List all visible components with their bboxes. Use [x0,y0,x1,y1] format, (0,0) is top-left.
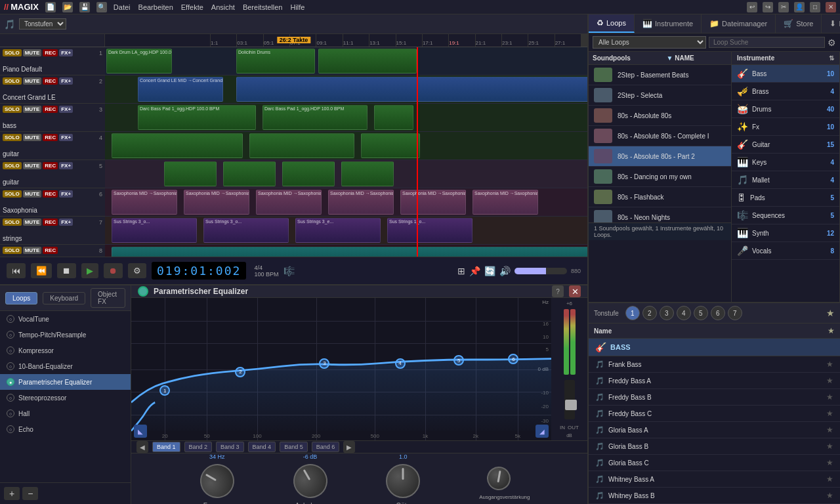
sample-star-2[interactable]: ★ [826,392,833,402]
sample-star-7[interactable]: ★ [826,474,833,484]
boost-knob[interactable] [287,457,333,504]
clip[interactable]: Sus Strings 3_o... [203,218,289,243]
play-button[interactable]: ▶ [81,263,98,278]
solo-btn-2[interactable]: SOLO [3,77,22,85]
band-point-4[interactable]: 4 [395,358,406,369]
clip[interactable]: Saxophonia MID →Saxophonia [328,190,394,215]
clip[interactable] [223,161,276,186]
sp-item-6[interactable]: 80s - Flashback [589,187,731,207]
menu-bereitstellen[interactable]: Bereitstellen [243,3,283,11]
grid-icon[interactable]: ⊞ [457,266,465,276]
effect-parametric[interactable]: ● Parametrischer Equalizer [0,374,131,390]
settings-button[interactable]: ⚙ [128,263,146,278]
loop-icon[interactable]: 🔄 [484,266,495,276]
mute-btn-6[interactable]: MUTE [23,190,42,198]
sp-item-7[interactable]: 80s - Neon Nights [589,207,731,222]
clip[interactable] [318,49,417,74]
effect-vocaltune[interactable]: ○ VocalTune [0,311,131,327]
clip[interactable]: Saxophonia MID →Saxophonia [400,190,466,215]
band-btn-2[interactable]: Band 2 [184,442,213,452]
tab-instrumente[interactable]: 🎹 Instrumente [635,14,702,33]
loop-category-select[interactable]: Alle Loops [593,36,706,49]
fx-btn-1[interactable]: FX+ [59,49,73,56]
fx-btn-6[interactable]: FX+ [59,190,73,198]
add-effect-button[interactable]: + [4,487,20,500]
rec-btn-4[interactable]: REC [43,134,58,141]
tonstufen-select[interactable]: Tonstufen [19,18,66,30]
rec-btn-7[interactable]: REC [43,219,58,226]
clip[interactable]: Concert Grand LE MID →Concert Grand LE [138,77,223,102]
rec-btn-3[interactable]: REC [43,106,58,113]
track-row-7[interactable]: Sus Strings 3_o... Sus Strings 3_o... Su… [105,217,587,245]
instr-drums[interactable]: 🥁 Drums 40 [732,100,839,118]
mute-btn-1[interactable]: MUTE [23,49,42,56]
clip[interactable] [164,161,217,186]
expand-instruments-icon[interactable]: ⇅ [829,54,834,62]
metronome-icon[interactable]: 🎼 [284,266,295,276]
mute-btn-8[interactable]: MUTE [23,247,42,254]
mute-btn-4[interactable]: MUTE [23,134,42,141]
solo-btn-4[interactable]: SOLO [3,134,22,141]
redo-icon[interactable]: ↪ [763,2,773,12]
loop-search-input[interactable] [709,37,825,48]
sample-freddy-b[interactable]: 🎵 Freddy Bass B ★ [589,389,840,406]
sample-whitney-a[interactable]: 🎵 Whitney Bass A ★ [589,471,840,488]
loops-tab[interactable]: Loops [5,292,37,304]
tonstufe-btn-4[interactable]: 4 [677,306,691,320]
sample-star-5[interactable]: ★ [826,442,833,451]
band-point-6[interactable]: 6 [508,354,518,364]
track-tools[interactable]: 🎵 [4,19,15,30]
track-row-6[interactable]: Saxophonia MID →Saxophonia Saxophonia MI… [105,188,587,217]
sample-frank-bass[interactable]: 🎵 Frank Bass ★ [589,356,840,373]
solo-btn-7[interactable]: SOLO [3,219,22,226]
clip[interactable]: Saxophonia MID →Saxophonia [472,190,538,215]
fx-btn-2[interactable]: FX+ [59,77,73,85]
sp-item-2[interactable]: 80s - Absolute 80s [589,106,731,126]
clip[interactable] [112,247,587,257]
tab-loops[interactable]: ♻ Loops [589,14,635,33]
effect-tempo[interactable]: ○ Tempo-Pitch/Resample [0,327,131,343]
band-point-2[interactable]: 2 [235,367,245,377]
solo-btn-1[interactable]: SOLO [3,49,22,56]
sp-item-0[interactable]: 2Step - Basement Beats [589,65,731,85]
fx-btn-7[interactable]: FX+ [59,219,73,226]
rec-btn-5[interactable]: REC [43,162,58,169]
clip[interactable] [361,133,420,158]
mute-btn-3[interactable]: MUTE [23,106,42,113]
effect-echo[interactable]: ○ Echo [0,421,131,437]
eq-power-button[interactable] [138,286,148,297]
menu-datei[interactable]: Datei [114,3,131,11]
eq-prev-band[interactable]: ◀ [136,441,148,453]
sample-star-6[interactable]: ★ [826,458,833,467]
track-row-4[interactable] [105,132,587,160]
mute-btn-2[interactable]: MUTE [23,77,42,85]
sample-gloria-b[interactable]: 🎵 Gloria Bass B ★ [589,438,840,455]
solo-btn-6[interactable]: SOLO [3,190,22,198]
clip[interactable]: Sus Strings 3_o... [112,218,197,243]
snap-icon[interactable]: 📌 [469,266,480,276]
clip[interactable]: Saxophonia MID →Saxophonia [184,190,249,215]
window-icon[interactable]: □ [810,2,820,12]
sample-star-4[interactable]: ★ [826,425,833,434]
effect-kompressor[interactable]: ○ Kompressor [0,343,131,358]
close-icon[interactable]: ✕ [826,2,836,12]
instr-guitar[interactable]: 🎸 Guitar 15 [732,136,839,154]
stop-button[interactable]: ⏹ [57,263,76,278]
tonstufe-btn-2[interactable]: 2 [642,306,657,320]
fx-btn-3[interactable]: FX+ [59,106,73,113]
sp-item-5[interactable]: 80s - Dancing on my own [589,167,731,187]
keyboard-tab[interactable]: Keyboard [43,292,85,304]
sample-star-0[interactable]: ★ [826,360,833,369]
sample-gloria-a[interactable]: 🎵 Gloria Bass A ★ [589,422,840,438]
quality-knob[interactable] [386,464,420,498]
mute-btn-7[interactable]: MUTE [23,219,42,226]
solo-btn-8[interactable]: SOLO [3,247,22,254]
clip[interactable]: Saxophonia MID →Saxophonia [256,190,322,215]
clip[interactable] [112,133,243,158]
output-knob[interactable] [485,465,513,492]
sample-freddy-c[interactable]: 🎵 Freddy Bass C ★ [589,406,840,422]
undo-icon[interactable]: ↩ [747,2,757,12]
eq-display[interactable]: 20 50 100 200 500 1k 2k 5k 10k Hz 16 10 … [131,298,551,440]
rewind-button[interactable]: ⏮ [7,263,26,278]
rec-btn-2[interactable]: REC [43,77,58,85]
